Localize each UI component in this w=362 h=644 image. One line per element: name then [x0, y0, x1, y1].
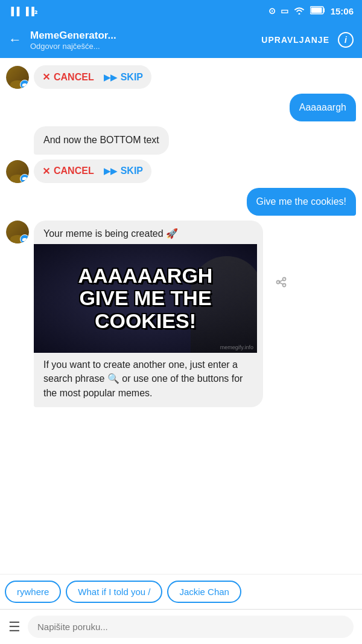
- svg-rect-1: [311, 7, 322, 13]
- meme-msg-group: Your meme is being created 🚀 AAAAAARGHGI…: [6, 221, 356, 407]
- meme-bubble: Your meme is being created 🚀 AAAAAARGHGI…: [34, 221, 263, 407]
- skip-label-1: SKIP: [121, 72, 143, 83]
- meme-image-container: AAAAAARGHGIVE ME THECOOKIES! memegify.in…: [34, 244, 257, 353]
- cancel-button-2[interactable]: ✕ CANCEL: [42, 166, 94, 177]
- manage-button[interactable]: UPRAVLJANJE: [261, 35, 329, 45]
- time-display: 15:06: [331, 6, 354, 16]
- skip-button-1[interactable]: ▶▶ SKIP: [104, 72, 143, 83]
- battery-icon: [310, 6, 326, 16]
- meme-top-text: Your meme is being created 🚀: [34, 221, 263, 244]
- quick-reply-1[interactable]: What if I told you /: [66, 581, 162, 603]
- cancel-label-2: CANCEL: [54, 166, 94, 176]
- x-icon-1: ✕: [42, 71, 50, 83]
- quick-replies: rywhere What if I told you / Jackie Chan: [0, 574, 362, 609]
- toolbar-subtitle: Odgovor najčešće...: [30, 42, 253, 51]
- skip-button-2[interactable]: ▶▶ SKIP: [104, 166, 143, 176]
- toolbar-info: MemeGenerator... Odgovor najčešće...: [30, 30, 253, 51]
- svg-point-3: [283, 284, 286, 287]
- messenger-badge-1: [20, 80, 29, 89]
- messenger-badge-3: [20, 234, 29, 243]
- quick-reply-0[interactable]: rywhere: [5, 581, 61, 603]
- avatar-3: [6, 221, 29, 243]
- sent-msg-1: Aaaaaargh: [6, 94, 356, 121]
- input-bar: ☰: [0, 609, 362, 644]
- status-right: ⊙ ▭ 15:06: [268, 6, 354, 16]
- meme-text: AAAAAARGHGIVE ME THECOOKIES!: [72, 259, 219, 338]
- sent-msg-2: Give me the cookies!: [6, 188, 356, 216]
- menu-icon[interactable]: ☰: [8, 619, 21, 635]
- skip-arrows-1: ▶▶: [104, 72, 117, 82]
- meme-bottom-text: If you want to create another one, just …: [34, 353, 263, 407]
- signal-icon-2: ▐▐₂: [23, 7, 37, 16]
- chat-area: ✕ CANCEL ▶▶ SKIP Aaaaaargh And now the B…: [0, 58, 362, 574]
- received-msg-1: And now the BOTTOM text: [6, 126, 356, 154]
- toolbar-title: MemeGenerator...: [30, 30, 253, 42]
- cancel-skip-row-2: ✕ CANCEL ▶▶ SKIP: [34, 159, 151, 183]
- sent-bubble-2: Give me the cookies!: [247, 188, 356, 216]
- cancel-skip-row-1: ✕ CANCEL ▶▶ SKIP: [34, 65, 151, 89]
- avatar-1: [6, 66, 29, 89]
- share-button[interactable]: [273, 274, 290, 294]
- location-icon: ⊙: [268, 6, 276, 16]
- wifi-icon: [293, 6, 305, 16]
- received-bubble-1: And now the BOTTOM text: [34, 126, 169, 154]
- skip-label-2: SKIP: [121, 166, 143, 176]
- cancel-button-1[interactable]: ✕ CANCEL: [42, 71, 94, 83]
- x-icon-2: ✕: [42, 166, 50, 177]
- quick-reply-2[interactable]: Jackie Chan: [167, 581, 241, 603]
- action-row-2: ✕ CANCEL ▶▶ SKIP: [6, 159, 356, 183]
- sent-bubble-1: Aaaaaargh: [290, 94, 356, 121]
- avatar-2: [6, 160, 29, 183]
- cancel-label-1: CANCEL: [54, 72, 94, 83]
- toolbar: ← MemeGenerator... Odgovor najčešće... U…: [0, 22, 362, 58]
- meme-watermark: memegify.info: [220, 344, 253, 350]
- toolbar-right: UPRAVLJANJE i: [261, 32, 354, 48]
- back-button[interactable]: ←: [8, 32, 22, 48]
- skip-arrows-2: ▶▶: [104, 166, 117, 176]
- svg-point-4: [277, 281, 280, 284]
- status-bar: ▐▐ ▐▐₂ ⊙ ▭ 15:06: [0, 0, 362, 22]
- svg-point-2: [283, 278, 286, 281]
- message-input[interactable]: [28, 616, 354, 638]
- signal-icon-1: ▐▐: [8, 7, 19, 16]
- meme-content-container: Your meme is being created 🚀 AAAAAARGHGI…: [34, 221, 263, 407]
- info-button[interactable]: i: [338, 32, 354, 48]
- messenger-badge-2: [20, 174, 29, 183]
- meme-image: AAAAAARGHGIVE ME THECOOKIES! memegify.in…: [34, 244, 257, 353]
- action-row-1: ✕ CANCEL ▶▶ SKIP: [6, 65, 356, 89]
- status-left: ▐▐ ▐▐₂: [8, 7, 37, 16]
- phone-icon: ▭: [281, 6, 288, 16]
